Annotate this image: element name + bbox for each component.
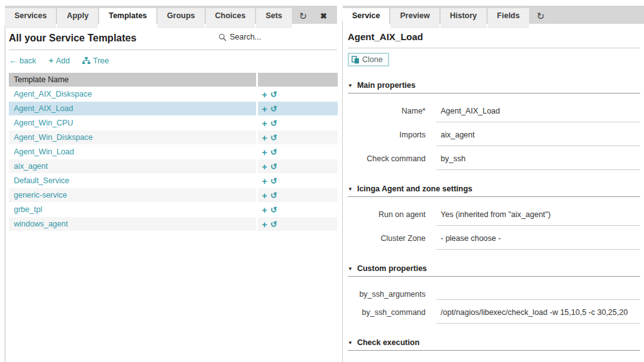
add-service-icon[interactable]: + [262,220,267,229]
field-value[interactable]: /opt/nagios/libexec/check_load -w 15,10,… [436,307,640,324]
search-box [218,33,289,41]
tab-history[interactable]: History [441,8,486,28]
field-value[interactable]: by_ssh [436,154,640,170]
form-section: ▼ Main properties Name* Agent_AIX_Load I… [348,81,640,170]
form-field: by_ssh_arguments [348,289,640,300]
table-header-row: Template Name [9,73,338,87]
tab-service[interactable]: Service [343,8,389,28]
add-service-icon[interactable]: + [262,162,267,171]
column-header-template-name[interactable]: Template Name [9,73,256,87]
template-name-link[interactable]: Agent_Win_Load [14,147,74,156]
add-service-icon[interactable]: + [262,90,267,99]
field-value[interactable]: Agent_AIX_Load [436,106,640,122]
object-title: Agent_AIX_Load [348,31,640,48]
tab-label: Sets [266,11,282,20]
history-icon[interactable]: ↺ [271,177,277,185]
add-service-icon[interactable]: + [262,147,267,157]
history-icon[interactable]: ↺ [271,148,277,156]
actions-row: ← back + Add Tree [9,56,337,65]
plus-icon: + [48,56,53,65]
collapse-caret-icon: ▼ [348,266,353,272]
template-name-link[interactable]: generic-service [14,191,67,200]
add-service-icon[interactable]: + [262,133,267,142]
tab-label: Choices [215,11,246,20]
tab-label: Preview [400,11,429,20]
field-value[interactable] [436,289,640,300]
tab-label: History [450,11,477,20]
left-tabbar: ServicesApplyTemplatesGroupsChoicesSets … [5,6,337,24]
history-icon[interactable]: ↺ [271,105,277,113]
template-name-link[interactable]: Agent_Win_CPU [14,119,73,127]
add-service-icon[interactable]: + [262,176,267,186]
tab-fields[interactable]: Fields [488,8,529,28]
template-name-link[interactable]: aix_agent [14,162,48,171]
field-label: by_ssh_arguments [348,289,436,300]
tab-sets[interactable]: Sets [256,8,291,28]
add-service-icon[interactable]: + [262,191,267,200]
history-icon[interactable]: ↺ [271,206,277,214]
service-templates-panel: ServicesApplyTemplatesGroupsChoicesSets … [5,0,337,362]
page-title: All your Service Templates [9,33,136,43]
tree-link[interactable]: Tree [82,56,109,65]
history-icon[interactable]: ↺ [271,220,277,228]
template-name-link[interactable]: Agent_AIX_Load [14,104,73,113]
tab-choices[interactable]: Choices [206,8,255,28]
history-icon[interactable]: ↺ [271,191,277,200]
template-name-link[interactable]: windows_agent [14,220,68,228]
history-icon[interactable]: ↺ [271,162,277,171]
back-link[interactable]: ← back [9,56,36,65]
add-label: Add [56,56,70,65]
field-label: Check command [348,154,436,170]
template-name-link[interactable]: Default_Service [14,176,69,185]
template-name-link[interactable]: Agent_Win_Diskspace [14,133,93,142]
history-icon[interactable]: ↺ [271,134,277,142]
left-control-row: All your Service Templates [9,31,337,50]
tab-label: Templates [109,11,147,20]
history-icon[interactable]: ↺ [271,90,277,98]
tab-templates[interactable]: Templates [99,8,156,28]
back-label: back [19,56,36,65]
table-row: generic-service + ↺ [9,188,338,202]
section-header[interactable]: ▼ Check execution [348,338,640,351]
form-section: ▼ Check execution Check interval 300 (in… [348,338,640,362]
table-row: Agent_AIX_Load + ↺ [9,102,338,115]
tab-apply[interactable]: Apply [57,8,98,28]
template-name-link[interactable]: Agent_AIX_Diskspace [14,90,92,98]
table-row: grbe_tpl + ↺ [9,203,338,216]
field-value[interactable]: Yes (inherited from "aix_agent") [436,210,640,226]
table-row: Agent_Win_Load + ↺ [9,145,338,159]
table-row: windows_agent + ↺ [9,217,338,231]
collapse-caret-icon: ▼ [348,340,353,346]
back-arrow-icon: ← [9,56,17,65]
add-service-icon[interactable]: + [262,104,267,114]
refresh-icon[interactable]: ↻ [530,8,551,24]
section-title: Check execution [357,338,419,347]
field-value[interactable]: - please choose - [436,233,640,250]
field-label: by_ssh_command [348,307,436,324]
tree-label: Tree [93,56,109,65]
tab-preview[interactable]: Preview [390,8,439,28]
add-link[interactable]: + Add [48,56,70,65]
right-tabbar: ServicePreviewHistoryFields ↻ [343,6,644,24]
form-field: Check command by_ssh [348,154,640,170]
tab-label: Apply [67,11,89,20]
close-icon[interactable]: ✖ [314,8,333,24]
field-label: Imports [348,130,436,146]
refresh-icon[interactable]: ↻ [293,8,314,24]
tab-services[interactable]: Services [5,8,56,28]
clone-button[interactable]: Clone [348,53,389,67]
section-title: Icinga Agent and zone settings [357,184,473,193]
form-field: by_ssh_command /opt/nagios/libexec/check… [348,307,640,324]
section-header[interactable]: ▼ Main properties [348,81,640,93]
add-service-icon[interactable]: + [262,119,267,128]
template-name-link[interactable]: grbe_tpl [14,205,42,214]
templates-table: Template Name Agent_AIX_Diskspace + ↺ Ag… [9,73,338,231]
add-service-icon[interactable]: + [262,205,267,215]
section-header[interactable]: ▼ Icinga Agent and zone settings [348,184,640,197]
history-icon[interactable]: ↺ [271,119,277,127]
section-header[interactable]: ▼ Custom properties [348,264,640,277]
tab-groups[interactable]: Groups [158,8,204,28]
search-input[interactable] [230,33,289,41]
field-value[interactable]: aix_agent [436,130,640,146]
form-field: Imports aix_agent [348,130,640,146]
